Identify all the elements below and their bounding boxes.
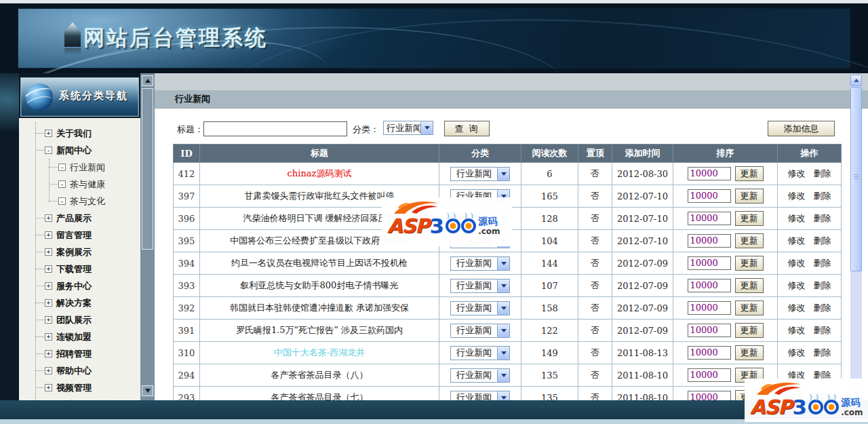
news-title-link[interactable]: 汽柴油价格明日下调 缓解经济回落压力 [243,213,395,223]
update-button[interactable]: 更新 [735,278,764,293]
expand-icon[interactable]: + [45,231,52,239]
update-button[interactable]: 更新 [735,301,764,315]
delete-link[interactable]: 删除 [814,303,831,313]
category-select[interactable]: 行业新闻 [383,121,433,135]
expand-icon[interactable]: + [45,316,52,324]
category-select[interactable]: 行业新闻 [450,256,510,271]
collapse-icon[interactable]: - [45,147,52,154]
expand-icon[interactable]: + [45,299,52,307]
sidebar-item-团队展示[interactable]: +团队展示 [19,311,140,328]
main-scrollbar[interactable] [850,75,862,399]
sidebar-item-连锁加盟[interactable]: +连锁加盟 [19,328,140,345]
modify-link[interactable]: 修改 [788,258,806,268]
delete-link[interactable]: 删除 [814,213,831,223]
category-select[interactable]: 行业新闻 [450,279,510,293]
chevron-down-icon[interactable] [497,257,509,270]
sidebar-item-产品展示[interactable]: +产品展示 [19,210,140,227]
scroll-down-button[interactable] [142,385,153,396]
collapse-icon[interactable]: - [58,163,66,171]
title-filter-input[interactable] [203,121,347,136]
category-select[interactable]: 行业新闻 [450,346,510,360]
sort-input[interactable] [688,301,731,315]
modify-link[interactable]: 修改 [788,347,806,358]
delete-link[interactable]: 删除 [814,280,831,290]
collapse-icon[interactable]: - [58,180,66,188]
chevron-down-icon[interactable] [497,280,509,292]
news-title-link[interactable]: 约旦一名议员在电视辩论节目上因话不投机枪 [231,258,408,268]
sidebar-scrollbar[interactable] [140,73,155,400]
expand-icon[interactable]: + [45,248,52,256]
chevron-down-icon[interactable] [497,324,509,337]
add-info-button[interactable]: 添加信息 [768,121,835,136]
modify-link[interactable]: 修改 [788,168,806,178]
sidebar-item-关于我们[interactable]: +关于我们 [19,125,140,142]
expand-icon[interactable]: + [45,130,52,137]
sidebar-item-行业新闻[interactable]: -行业新闻 [19,159,140,176]
news-title-link[interactable]: 罗氏瞒报1.5万“死亡报告” 涉及三款药国内 [236,325,403,335]
category-select[interactable]: 行业新闻 [450,301,510,315]
sidebar-item-留言管理[interactable]: +留言管理 [19,227,140,244]
category-select[interactable]: 行业新闻 [450,324,510,338]
sidebar-item-案例展示[interactable]: +案例展示 [19,244,140,261]
chevron-down-icon[interactable] [420,121,433,134]
sidebar-item-下载管理[interactable]: +下载管理 [19,261,140,277]
delete-link[interactable]: 删除 [814,325,831,335]
sidebar-item-帮助中心[interactable]: +帮助中心 [19,362,140,379]
delete-link[interactable]: 删除 [814,347,831,358]
expand-icon[interactable]: + [45,265,52,273]
sort-input[interactable] [688,256,731,270]
sort-input[interactable] [688,346,731,360]
modify-link[interactable]: 修改 [788,280,806,290]
sort-input[interactable] [688,279,731,292]
modify-link[interactable]: 修改 [788,213,806,223]
sort-input[interactable] [688,189,731,203]
expand-icon[interactable]: + [45,333,52,341]
sort-input[interactable] [688,234,731,248]
sort-input[interactable] [688,167,731,180]
modify-link[interactable]: 修改 [788,191,806,201]
update-button[interactable]: 更新 [735,211,764,226]
chevron-down-icon[interactable] [497,168,509,180]
expand-icon[interactable]: + [45,384,52,391]
sort-input[interactable] [688,368,731,382]
collapse-icon[interactable]: - [58,197,66,205]
news-title-link[interactable]: 各产茶省茶品目录（八） [271,370,368,380]
modify-link[interactable]: 修改 [788,235,806,246]
news-title-link[interactable]: 叙利亚总统与女助手800封电子情书曝光 [241,280,399,290]
news-title-link[interactable]: 甘肃卖馒头需行政审批红头文件被叫停 [245,191,395,201]
news-title-link[interactable]: chinaz源码测试 [288,168,352,178]
update-button[interactable]: 更新 [735,345,764,360]
news-title-link[interactable]: 中国十大名茶-西湖龙井 [274,347,365,358]
update-button[interactable]: 更新 [735,189,764,204]
delete-link[interactable]: 删除 [814,258,831,268]
sidebar-item-招聘管理[interactable]: +招聘管理 [19,345,140,362]
sidebar-item-解决方案[interactable]: +解决方案 [19,294,140,311]
news-title-link[interactable]: 韩国就日本驻韩使馆遭冲撞道歉 承诺加强安保 [230,303,409,313]
sort-input[interactable] [688,212,731,225]
scrollbar-thumb[interactable] [850,87,862,271]
chevron-down-icon[interactable] [497,369,509,382]
delete-link[interactable]: 删除 [814,235,831,246]
update-button[interactable]: 更新 [735,323,764,338]
update-button[interactable]: 更新 [735,256,764,271]
sort-input[interactable] [688,324,731,337]
sidebar-item-茶与健康[interactable]: -茶与健康 [19,176,140,193]
chevron-down-icon[interactable] [497,302,509,315]
scroll-up-button[interactable] [142,75,153,86]
sidebar-item-视频管理[interactable]: +视频管理 [19,379,140,396]
sidebar-item-服务中心[interactable]: +服务中心 [19,277,140,294]
update-button[interactable]: 更新 [735,166,764,181]
chevron-down-icon[interactable] [497,347,509,360]
expand-icon[interactable]: + [45,282,52,290]
category-select[interactable]: 行业新闻 [450,368,510,383]
scrollbar-thumb[interactable] [142,88,153,250]
expand-icon[interactable]: + [45,367,52,374]
scroll-up-button[interactable] [850,75,862,86]
expand-icon[interactable]: + [45,350,52,358]
delete-link[interactable]: 删除 [814,191,831,201]
update-button[interactable]: 更新 [735,233,764,248]
modify-link[interactable]: 修改 [788,303,806,313]
sidebar-item-新闻中心[interactable]: -新闻中心 [19,142,140,159]
search-button[interactable]: 查 询 [444,121,490,136]
delete-link[interactable]: 删除 [814,168,831,178]
